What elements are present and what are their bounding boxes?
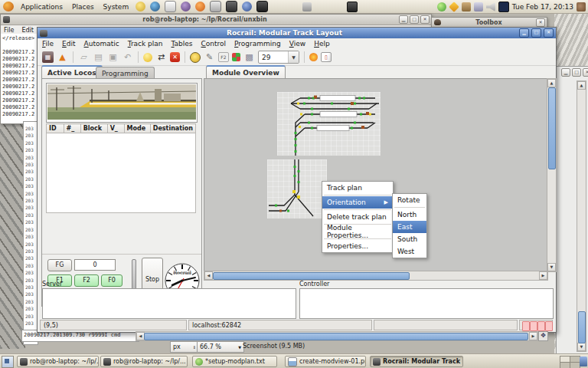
gimp-zoom-selector[interactable]: 66.7 % ▼: [197, 341, 244, 353]
col-v[interactable]: V_: [107, 124, 124, 133]
f2-button[interactable]: F2: [74, 274, 99, 287]
gimp-navigation-icon[interactable]: ✥: [538, 331, 548, 341]
module-overview-vscrollbar[interactable]: ▲ ▼: [547, 78, 557, 272]
menu-places[interactable]: Places: [70, 2, 96, 12]
menu-view[interactable]: View: [289, 40, 305, 48]
submenu-item-south[interactable]: South: [393, 233, 426, 245]
background-window-buttons[interactable]: ▁ □ ✕: [560, 68, 588, 77]
panel-clock[interactable]: Tue Feb 17, 20:13: [512, 3, 573, 11]
alert-icon[interactable]: [449, 2, 459, 12]
auto-mode-lamp-icon[interactable]: [143, 53, 152, 62]
maximize-icon[interactable]: □: [531, 28, 541, 38]
terminal-side-window[interactable]: 203 203 203 203 203 203 203 203 203 203 …: [23, 121, 38, 345]
module-overview-hscrollbar[interactable]: ◀ ▶: [204, 271, 548, 281]
minimize-icon[interactable]: ▁: [399, 15, 408, 24]
distro-menu-icon[interactable]: [3, 2, 14, 12]
upload-icon[interactable]: ▲: [57, 51, 68, 63]
rocrail-titlebar[interactable]: Rocrail: Modular Track Layout ▁ □ ✕: [38, 28, 556, 38]
launcher-files-icon[interactable]: [210, 1, 221, 12]
scroll-up-icon[interactable]: ▲: [547, 79, 556, 87]
col-destination[interactable]: Destination: [150, 124, 195, 133]
book-icon[interactable]: ▯: [321, 52, 332, 62]
context-item-delete-track-plan[interactable]: Delete track plan: [322, 211, 393, 223]
close-icon[interactable]: ✕: [544, 28, 554, 38]
system-monitor-icon[interactable]: [498, 2, 509, 12]
taskbar-button-image[interactable]: create-modview-01.pn...: [285, 356, 366, 367]
menu-control[interactable]: Control: [201, 40, 227, 48]
minimize-icon[interactable]: ▁: [519, 28, 529, 38]
loco-table-body[interactable]: [46, 133, 196, 213]
f0-button[interactable]: F0: [101, 274, 122, 287]
seal-icon[interactable]: [577, 2, 586, 12]
tab-programming[interactable]: Programming: [96, 67, 155, 79]
col-mode[interactable]: Mode: [124, 124, 150, 133]
launcher-train-icon[interactable]: [256, 1, 268, 12]
loco-table[interactable]: ID #_ Block V_ Mode Destination: [46, 123, 196, 213]
menu-edit[interactable]: Edit: [62, 40, 75, 48]
sun-icon[interactable]: [309, 53, 318, 61]
menu-automatic[interactable]: Automatic: [84, 40, 119, 48]
color-grid-icon[interactable]: [232, 53, 240, 61]
maximize-icon[interactable]: □: [572, 68, 581, 77]
volume-icon[interactable]: [486, 2, 495, 12]
scroll-left-icon[interactable]: ◀: [204, 271, 213, 280]
emergency-stop-icon[interactable]: ✕: [170, 52, 180, 62]
server-log[interactable]: [42, 288, 296, 319]
launcher-help-icon[interactable]: [150, 2, 160, 12]
menu-track-plan[interactable]: Track plan: [128, 40, 163, 48]
controller-log[interactable]: [299, 288, 554, 319]
col-block[interactable]: Block: [80, 124, 107, 133]
hscrollbar-thumb[interactable]: [213, 272, 410, 280]
track-module-2[interactable]: [267, 159, 327, 219]
rocrail-window[interactable]: Rocrail: Modular Track Layout ▁ □ ✕ File…: [37, 27, 557, 333]
track-module-1[interactable]: [277, 92, 381, 156]
submenu-item-north[interactable]: North: [393, 209, 426, 221]
function-keys-icon[interactable]: F2: [218, 52, 229, 62]
package-icon[interactable]: [462, 2, 471, 12]
menu-help[interactable]: Help: [314, 40, 330, 48]
launcher-screenshot-icon[interactable]: [136, 2, 145, 12]
context-item-orientation[interactable]: Orientation▶: [322, 196, 393, 209]
submenu-item-east[interactable]: East: [393, 221, 426, 233]
background-window-scrollbar[interactable]: ▲ ▼: [577, 80, 586, 352]
gimp-unit-selector[interactable]: px ⇕: [170, 341, 199, 353]
speed-field[interactable]: 0: [74, 259, 116, 271]
spinner-icon[interactable]: ⇕: [193, 345, 196, 350]
tray-icon-camera[interactable]: [302, 2, 312, 12]
launcher-gimp-icon[interactable]: [181, 2, 191, 12]
launcher-globe-icon[interactable]: [242, 2, 252, 12]
module-view-icon[interactable]: ▩: [243, 51, 255, 63]
show-desktop-button[interactable]: [2, 356, 14, 368]
scroll-right-icon[interactable]: ▶: [539, 271, 547, 280]
power-icon[interactable]: ▦: [42, 51, 54, 63]
workspace-3[interactable]: [560, 362, 570, 368]
close-icon[interactable]: ✕: [583, 68, 588, 77]
gimp-hscrollbar-thumb[interactable]: [144, 333, 528, 340]
workspace-4[interactable]: [570, 362, 580, 368]
submenu-item-rotate[interactable]: Rotate: [393, 194, 426, 206]
maximize-icon[interactable]: □: [410, 15, 419, 24]
context-item-module-properties[interactable]: Module Properties...: [322, 225, 393, 238]
close-icon[interactable]: ✕: [420, 15, 430, 24]
chevron-down-icon[interactable]: ▼: [238, 345, 241, 350]
context-item-track-plan[interactable]: Track plan: [322, 182, 393, 194]
terminal-menu-file[interactable]: File: [4, 27, 14, 34]
menu-tables[interactable]: Tables: [172, 40, 193, 48]
close-icon[interactable]: ✕: [536, 18, 545, 27]
swap-icon[interactable]: ⇄: [155, 51, 167, 63]
edit-icon[interactable]: ✎: [204, 51, 215, 63]
terminal-menu-edit[interactable]: Edit: [21, 27, 34, 34]
menu-system[interactable]: System: [101, 2, 132, 12]
taskbar-button-editor[interactable]: *setup-modplan.txt: [192, 356, 277, 367]
network-icon[interactable]: [474, 2, 483, 12]
scroll-down-icon[interactable]: ▼: [547, 263, 556, 271]
update-manager-icon[interactable]: [437, 2, 446, 12]
scrollbar-thumb[interactable]: [578, 311, 586, 343]
menu-programming[interactable]: Programming: [234, 40, 281, 48]
trash-icon[interactable]: [580, 356, 587, 366]
scale-combobox[interactable]: 29 ▼: [258, 51, 299, 64]
gimp-hscrollbar[interactable]: ◀ ▶: [136, 331, 538, 341]
taskbar-button-rocrail[interactable]: Rocrail: Modular Track ...: [370, 356, 463, 367]
submenu-item-west[interactable]: West: [393, 245, 426, 258]
fg-button[interactable]: FG: [47, 259, 72, 271]
